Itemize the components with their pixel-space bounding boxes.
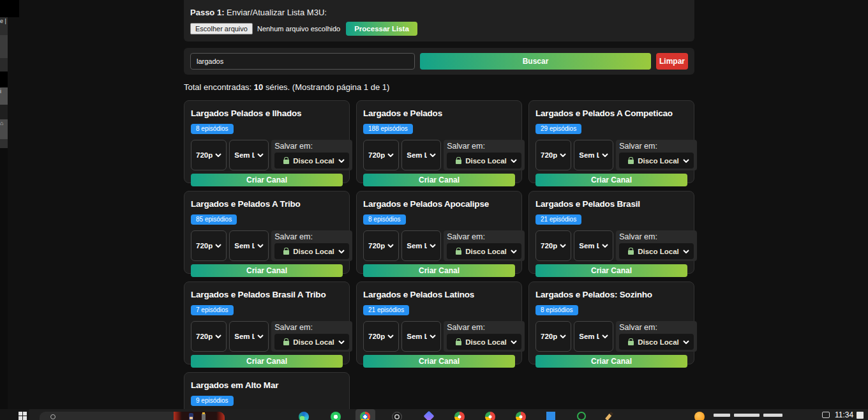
summary-count: 10 [254, 82, 263, 92]
logo-select[interactable]: Sem Logo [574, 230, 613, 261]
quality-select-value: 720p [541, 333, 557, 340]
red-app-icon[interactable] [485, 412, 495, 420]
save-target-select[interactable]: Disco Local [447, 243, 521, 259]
save-target-select[interactable]: Disco Local [274, 334, 349, 350]
card-controls: 720p Sem Logo Salvar em: Disco Local [363, 230, 515, 261]
quality-select[interactable]: 720p [191, 230, 227, 261]
save-target-select[interactable]: Disco Local [274, 243, 349, 259]
pencil-icon[interactable] [605, 412, 613, 420]
create-channel-button[interactable]: Criar Canal [363, 264, 515, 277]
code-app-icon[interactable] [546, 412, 555, 420]
chrome-icon[interactable] [360, 412, 370, 420]
create-channel-button[interactable]: Criar Canal [535, 174, 687, 186]
notification-icon[interactable] [857, 412, 864, 419]
logo-select-value: Sem Logo [579, 333, 599, 340]
create-channel-button[interactable]: Criar Canal [363, 174, 515, 186]
quality-select-value: 720p [541, 151, 557, 159]
save-group: Salvar em: Disco Local [616, 230, 697, 261]
quality-select[interactable]: 720p [191, 321, 227, 352]
chevron-down-icon [338, 159, 345, 163]
edge-icon[interactable] [299, 412, 309, 420]
windows-start-icon[interactable] [19, 412, 27, 420]
save-target-value: Disco Local [638, 248, 679, 255]
logo-select[interactable]: Sem Logo [229, 230, 269, 261]
save-target-select[interactable]: Disco Local [274, 153, 349, 169]
orange-app-icon[interactable] [694, 412, 705, 420]
chevron-down-icon [683, 340, 689, 344]
create-channel-button[interactable]: Criar Canal [535, 355, 687, 368]
series-title: Largados e Pelados A Tribo [191, 199, 343, 209]
quality-select-value: 720p [196, 151, 213, 159]
logo-select[interactable]: Sem Logo [574, 140, 613, 170]
create-channel-button[interactable]: Criar Canal [191, 264, 343, 277]
file-status-text: Nenhum arquivo escolhido [257, 25, 340, 33]
quality-select[interactable]: 720p [191, 140, 227, 170]
dark-app-icon[interactable] [392, 412, 402, 420]
series-title: Largados e Pelados Brasil A Tribo [191, 290, 343, 299]
quality-select-value: 720p [368, 151, 385, 159]
fragment-dark2 [0, 105, 8, 119]
create-channel-button[interactable]: Criar Canal [535, 264, 687, 277]
quality-select[interactable]: 720p [535, 140, 571, 170]
logo-select[interactable]: Sem Logo [401, 140, 441, 170]
lock-icon [456, 341, 461, 345]
quality-select[interactable]: 720p [535, 321, 571, 352]
chevron-down-icon [257, 153, 264, 157]
chevron-down-icon [338, 340, 345, 344]
save-label: Salvar em: [619, 142, 694, 151]
card-controls: 720p Sem Logo Salvar em: Disco Local [535, 230, 687, 261]
step-label-rest: Enviar/Atualizar Lista M3U: [224, 8, 326, 17]
card-controls: 720p Sem Logo Salvar em: Disco Local [363, 321, 515, 352]
quality-select[interactable]: 720p [363, 140, 399, 170]
save-target-value: Disco Local [638, 338, 679, 346]
quality-select[interactable]: 720p [363, 230, 399, 261]
create-channel-button[interactable]: Criar Canal [191, 174, 343, 186]
chevron-down-icon [387, 153, 394, 157]
save-label: Salvar em: [274, 142, 349, 151]
create-channel-button[interactable]: Criar Canal [363, 355, 515, 368]
save-label: Salvar em: [619, 232, 694, 241]
red-app-icon[interactable] [516, 412, 526, 420]
green-app-icon[interactable] [331, 412, 341, 420]
save-target-select[interactable]: Disco Local [619, 153, 694, 169]
tray-icon[interactable] [822, 412, 830, 418]
process-list-button[interactable]: Processar Lista [346, 22, 417, 36]
logo-select[interactable]: Sem Logo [401, 230, 441, 261]
chevron-down-icon [338, 250, 345, 253]
save-target-select[interactable]: Disco Local [619, 243, 694, 259]
logo-select-value: Sem Logo [234, 151, 255, 159]
save-target-select[interactable]: Disco Local [447, 334, 521, 350]
file-choose-button[interactable]: Escolher arquivo [190, 23, 253, 34]
fragment-bar2 [0, 139, 8, 148]
save-target-select[interactable]: Disco Local [619, 334, 694, 350]
clock[interactable]: 11:34 [835, 410, 853, 419]
create-channel-button[interactable]: Criar Canal [191, 355, 343, 368]
search-input[interactable] [190, 53, 415, 70]
save-target-value: Disco Local [293, 248, 334, 255]
logo-select[interactable]: Sem Logo [229, 140, 269, 170]
chevron-down-icon [511, 340, 517, 344]
clear-button[interactable]: Limpar [656, 53, 688, 70]
red-app-icon[interactable] [454, 412, 465, 420]
logo-select[interactable]: Sem Logo [229, 321, 269, 352]
save-target-select[interactable]: Disco Local [447, 153, 521, 169]
series-card: Largados e Pelados A Tribo 85 episódios … [184, 191, 350, 274]
series-card: Largados e Pelados Apocalipse 8 episódio… [356, 191, 522, 274]
episodes-badge: 8 episódios [191, 124, 234, 134]
chevron-down-icon [602, 334, 608, 338]
summary-prefix: Total encontradas: [184, 82, 254, 92]
fragment-dark [0, 71, 8, 87]
taskbar-search-box[interactable] [40, 412, 225, 420]
purple-diamond-icon[interactable] [424, 411, 435, 420]
logo-select[interactable]: Sem Logo [401, 321, 441, 352]
green-ring-icon[interactable] [577, 412, 586, 420]
quality-select[interactable]: 720p [363, 321, 399, 352]
card-controls: 720p Sem Logo Salvar em: Disco Local [535, 321, 687, 352]
search-button[interactable]: Buscar [420, 53, 651, 70]
save-group: Salvar em: Disco Local [616, 321, 697, 352]
lock-icon [628, 250, 634, 255]
quality-select[interactable]: 720p [535, 230, 571, 261]
step-label-bold: Passo 1: [190, 8, 224, 17]
chevron-down-icon [560, 334, 566, 338]
logo-select[interactable]: Sem Logo [574, 321, 613, 352]
